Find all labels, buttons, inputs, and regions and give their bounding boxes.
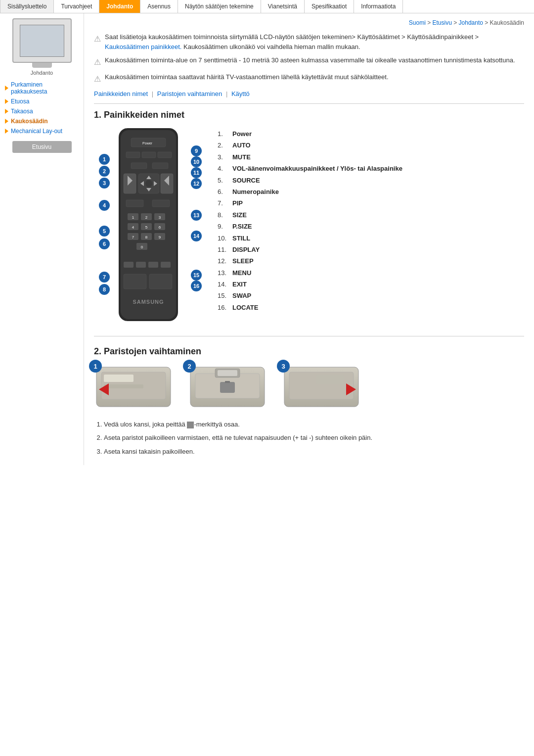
- sidebar-item-mechanical[interactable]: Mechanical Lay-out: [0, 126, 84, 136]
- divider-1: [94, 103, 524, 104]
- arrow-icon: [5, 86, 8, 91]
- nav-item-turvaohjeet[interactable]: Turvaohjeet: [54, 0, 99, 13]
- button-list: 1. Power 2. AUTO 3. MUTE 4. VOL-äänenvoi…: [218, 128, 524, 326]
- button-list-item-4: 4. VOL-äänenvoimakkuuspainikkeet / Ylös-…: [218, 163, 524, 174]
- sidebar-item-kaukosaadin[interactable]: Kaukosäädin: [0, 116, 84, 126]
- svg-text:5: 5: [145, 225, 148, 230]
- badge-13: 13: [191, 210, 202, 221]
- badge-4: 4: [99, 200, 110, 211]
- badge-14: 14: [191, 231, 202, 241]
- svg-rect-42: [136, 262, 146, 268]
- button-list-item-3: 3. MUTE: [218, 151, 524, 163]
- svg-rect-5: [142, 152, 156, 158]
- battery-svg-1: [94, 365, 173, 409]
- svg-rect-8: [152, 163, 168, 169]
- svg-rect-58: [225, 381, 230, 383]
- breadcrumb-link-etusivu[interactable]: Etusivu: [432, 19, 451, 26]
- arrow-icon: [5, 129, 8, 134]
- page-body: Johdanto Purkaminen pakkauksesta Etuosa …: [0, 13, 534, 465]
- sub-nav-paristojen[interactable]: Paristojen vaihtaminen: [157, 90, 222, 97]
- sidebar-item-takaosa[interactable]: Takaosa: [0, 106, 84, 116]
- battery-box-icon: [187, 422, 194, 428]
- svg-point-18: [145, 180, 152, 187]
- main-content: Suomi > Etusivu > Johdanto > Kaukosäädin…: [84, 13, 534, 465]
- sub-nav-painikkeiden[interactable]: Painikkeiden nimet: [94, 90, 148, 97]
- button-list-item-6: 6. Numeropainike: [218, 186, 524, 197]
- battery-image-2: 2: [188, 365, 267, 411]
- button-list-item-15: 15. SWAP: [218, 290, 524, 301]
- svg-text:Power: Power: [142, 142, 153, 145]
- nav-item-asennus[interactable]: Asennus: [140, 0, 178, 13]
- svg-rect-50: [104, 375, 134, 382]
- sidebar-item-purkaminen[interactable]: Purkaminen pakkauksesta: [0, 80, 84, 96]
- svg-rect-20: [152, 200, 170, 207]
- svg-rect-4: [126, 152, 140, 158]
- badge-5: 5: [99, 226, 110, 236]
- svg-text:SAMSUNG: SAMSUNG: [133, 299, 164, 305]
- badge-16: 16: [191, 281, 202, 291]
- section1-title: 1. Painikkeiden nimet: [94, 110, 524, 120]
- badge-11: 11: [191, 167, 202, 178]
- battery-badge-1: 1: [89, 360, 102, 373]
- svg-rect-56: [218, 370, 237, 376]
- info-block: ⚠ Saat lisätietoja kaukosäätimen toiminn…: [94, 32, 524, 85]
- svg-rect-51: [104, 384, 143, 388]
- sidebar-home-button[interactable]: Etusivu: [12, 141, 72, 153]
- nav-item-vianetsinta[interactable]: Vianetsintä: [261, 0, 305, 13]
- info-icon-3: ⚠: [94, 73, 101, 85]
- svg-text:9: 9: [159, 235, 161, 239]
- button-list-item-10: 10. STILL: [218, 233, 524, 244]
- info-link-1[interactable]: Kaukosäätimen painikkeet.: [105, 43, 181, 50]
- badge-2: 2: [99, 166, 110, 177]
- info-text-2: Kaukosäätimen toiminta-alue on 7 senttim…: [105, 55, 515, 65]
- button-list-item-9: 9. P.SIZE: [218, 221, 524, 232]
- sidebar-item-label: Takaosa: [11, 108, 33, 115]
- nav-item-spesifikaatiot[interactable]: Spesifikaatiot: [305, 0, 354, 13]
- button-list-item-11: 11. DISPLAY: [218, 244, 524, 255]
- svg-rect-41: [124, 262, 134, 268]
- sidebar-item-etuosa[interactable]: Etuosa: [0, 96, 84, 106]
- info-row-3: ⚠ Kaukosäätimen toimintaa saattavat häir…: [94, 72, 524, 85]
- svg-rect-61: [316, 375, 344, 384]
- button-list-item-16: 16. LOCATE: [218, 302, 524, 313]
- badge-1: 1: [99, 154, 110, 165]
- battery-svg-2: [188, 365, 267, 409]
- nav-item-informaatiota[interactable]: Informaatiota: [354, 0, 403, 13]
- battery-instruction-1: Vedä ulos kansi, joka peittää -merkittyä…: [104, 419, 524, 430]
- remote-section: 1 2 3 4 5 6 7 8 9 10 11 12 13 14 15 16: [94, 128, 524, 326]
- divider-2: [94, 336, 524, 336]
- button-list-item-8: 8. SIZE: [218, 209, 524, 221]
- svg-rect-6: [158, 152, 172, 158]
- battery-badge-2: 2: [183, 360, 196, 373]
- button-list-item-7: 7. PIP: [218, 197, 524, 209]
- button-list-item-1: 1. Power: [218, 128, 524, 140]
- svg-text:2: 2: [145, 215, 148, 220]
- arrow-icon: [5, 99, 8, 104]
- svg-text:3: 3: [159, 215, 161, 220]
- sidebar: Johdanto Purkaminen pakkauksesta Etuosa …: [0, 13, 84, 465]
- svg-rect-19: [126, 200, 143, 207]
- arrow-icon: [5, 119, 8, 124]
- sidebar-section-label: Johdanto: [0, 70, 84, 76]
- nav-item-sisallysluettelo[interactable]: Sisällysluettelo: [0, 0, 54, 13]
- badge-7: 7: [99, 272, 110, 283]
- info-icon-1: ⚠: [94, 33, 101, 45]
- battery-section: 2. Paristojen vaihtaminen 1: [94, 346, 524, 457]
- svg-text:1: 1: [132, 215, 134, 220]
- sidebar-item-label: Kaukosäädin: [11, 118, 48, 125]
- breadcrumb-link-johdanto[interactable]: Johdanto: [459, 19, 483, 26]
- nav-item-nayton[interactable]: Näytön säätöjen tekemine: [178, 0, 261, 13]
- battery-badge-3: 3: [277, 360, 290, 373]
- info-text-1: Saat lisätietoja kaukosäätimen toiminnoi…: [105, 32, 524, 51]
- monitor-screen: [20, 25, 64, 57]
- nav-item-johdanto[interactable]: Johdanto: [99, 0, 140, 13]
- monitor-stand: [32, 63, 52, 68]
- svg-rect-46: [149, 274, 172, 289]
- info-row-1: ⚠ Saat lisätietoja kaukosäätimen toiminn…: [94, 32, 524, 51]
- breadcrumb-link-suomi[interactable]: Suomi: [409, 19, 426, 26]
- button-list-item-12: 12. SLEEP: [218, 255, 524, 267]
- sub-nav-kaytto[interactable]: Käyttö: [231, 90, 250, 97]
- svg-rect-43: [148, 262, 158, 268]
- remote-control-container: 1 2 3 4 5 6 7 8 9 10 11 12 13 14 15 16: [94, 128, 203, 326]
- battery-instruction-2: Aseta paristot paikoilleen varmistaen, e…: [104, 432, 524, 443]
